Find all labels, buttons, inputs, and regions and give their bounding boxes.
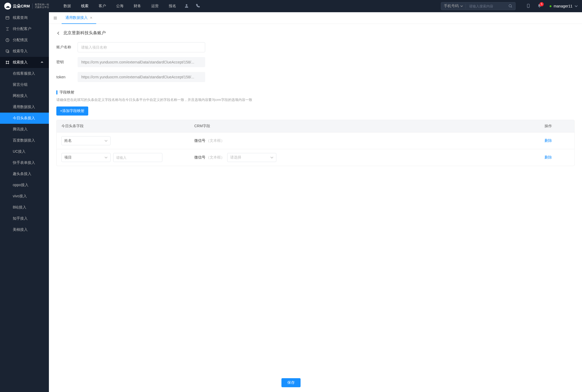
user-icon[interactable] <box>184 3 189 9</box>
sidebar-icon <box>5 49 10 53</box>
search-box: 手机号码 <box>441 2 516 10</box>
table-col-source: 今日头条字段 <box>57 120 189 132</box>
sidebar-sub-item[interactable]: 腾讯接入 <box>0 124 49 135</box>
sidebar-item[interactable]: 分配情况 <box>0 35 49 46</box>
tab-label: 通用数据接入 <box>65 15 88 20</box>
source-field-select[interactable]: 项目 <box>61 153 111 162</box>
sidebar-item[interactable]: 线索查询 <box>0 12 49 23</box>
field-mapping-table: 今日头条字段 CRM字段 操作 姓名微信号（文本框）删除项目微信号（文本框）请选… <box>56 120 575 166</box>
crm-field-name: 微信号 <box>194 138 205 143</box>
status-dot <box>550 5 551 7</box>
token-value: https://crm.yunduocrm.com/externalData/s… <box>78 72 205 82</box>
section-title: 字段映射 <box>56 90 575 95</box>
top-nav-items: 数据线索客户公海财务运营报名 <box>64 4 176 8</box>
save-button[interactable]: 保存 <box>281 378 301 387</box>
sidebar-icon <box>5 60 10 65</box>
sidebar-sub-item[interactable]: 美柚接入 <box>0 224 49 235</box>
sidebar-sub-item[interactable]: oppo接入 <box>0 180 49 191</box>
mobile-icon[interactable] <box>526 4 530 9</box>
sidebar-item-label: 待分配客户 <box>13 27 31 31</box>
sidebar-sub-item[interactable]: 网校接入 <box>0 90 49 101</box>
user-menu[interactable]: manager11 <box>550 4 578 8</box>
chevron-down-icon <box>104 156 108 159</box>
add-field-mapping-button[interactable]: +添加字段映射 <box>56 106 88 116</box>
crm-field-type: （文本框） <box>206 155 225 159</box>
table-row: 姓名微信号（文本框）删除 <box>57 132 574 149</box>
sidebar-sub-item[interactable]: B站接入 <box>0 202 49 213</box>
sidebar-sub-item[interactable]: 趣头条接入 <box>0 168 49 180</box>
nav-item[interactable]: 线索 <box>81 4 88 8</box>
delete-button[interactable]: 删除 <box>545 138 552 143</box>
sidebar-sub-item[interactable]: 留言分组 <box>0 79 49 90</box>
tabs-bar: 通用数据接入✕ <box>49 12 582 24</box>
close-icon[interactable]: ✕ <box>90 16 92 20</box>
nav-item[interactable]: 数据 <box>64 4 71 8</box>
svg-point-9 <box>8 61 9 62</box>
sidebar-sub-item[interactable]: 百度数据接入 <box>0 135 49 146</box>
sidebar-sub-item[interactable]: vivo接入 <box>0 191 49 202</box>
svg-point-1 <box>509 5 511 7</box>
crm-field-select[interactable]: 请选择 <box>227 153 276 162</box>
table-col-action: 操作 <box>540 120 574 132</box>
sidebar-sub-item[interactable]: 快手表单接入 <box>0 157 49 168</box>
svg-point-8 <box>6 61 7 62</box>
chevron-down-icon <box>575 5 578 8</box>
svg-point-10 <box>6 63 7 64</box>
sidebar-item-label: 线索接入 <box>13 60 28 65</box>
bell-icon[interactable]: 5 <box>537 4 542 9</box>
sidebar-icon <box>5 38 10 42</box>
nav-item[interactable]: 公海 <box>116 4 124 8</box>
svg-point-11 <box>8 63 9 64</box>
brand-tagline: 教育机构一站 式服务云平台 <box>32 3 49 9</box>
page-title: 北京昱新科技头条账户 <box>63 30 106 36</box>
sidebar-item-label: 分配情况 <box>13 38 28 42</box>
notification-badge: 5 <box>539 2 544 6</box>
sidebar-item-label: 线索查询 <box>13 15 28 20</box>
search-button[interactable] <box>506 2 515 10</box>
section-hint: 请确保您在此填写的头条自定义字段名称与在今日头条平台中自定义的字段名称一致，并且… <box>56 97 575 102</box>
crm-field-name: 微信号 <box>194 155 205 159</box>
token-label: token <box>56 75 78 79</box>
secret-label: 密钥 <box>56 60 78 65</box>
tab[interactable]: 通用数据接入✕ <box>62 12 96 24</box>
sidebar-sub-item[interactable]: 知乎接入 <box>0 213 49 224</box>
sidebar-item[interactable]: 待分配客户 <box>0 23 49 35</box>
sidebar-sub-item[interactable]: 在线客服接入 <box>0 68 49 79</box>
delete-button[interactable]: 删除 <box>545 155 552 160</box>
chevron-down-icon <box>104 139 108 142</box>
table-col-crm: CRM字段 <box>189 120 540 132</box>
chevron-icon <box>40 61 44 64</box>
nav-item[interactable]: 运营 <box>151 4 159 8</box>
sidebar-item[interactable]: 线索接入 <box>0 57 49 68</box>
search-type-select[interactable]: 手机号码 <box>441 4 466 8</box>
svg-line-2 <box>511 7 512 7</box>
sidebar: 线索查询待分配客户分配情况线索导入线索接入在线客服接入留言分组网校接入通用数据接… <box>0 12 49 392</box>
cloud-icon: ☁ <box>4 3 11 10</box>
sidebar-item[interactable]: 线索导入 <box>0 46 49 57</box>
sidebar-sub-item[interactable]: 通用数据接入 <box>0 101 49 113</box>
nav-item[interactable]: 报名 <box>169 4 176 8</box>
sidebar-icon <box>5 27 10 31</box>
brand-name: 云朵CRM <box>13 4 30 9</box>
sidebar-sub-item[interactable]: UC接入 <box>0 146 49 157</box>
menu-toggle-icon[interactable] <box>52 14 59 22</box>
sidebar-item-label: 线索导入 <box>13 49 28 54</box>
table-row: 项目微信号（文本框）请选择删除 <box>57 149 574 166</box>
chevron-down-icon <box>270 156 273 159</box>
back-icon[interactable] <box>56 31 61 35</box>
chevron-down-icon <box>460 5 463 7</box>
source-field-input[interactable] <box>113 153 162 162</box>
crm-field-type: （文本框） <box>206 138 225 143</box>
username: manager11 <box>554 4 572 8</box>
nav-item[interactable]: 财务 <box>134 4 141 8</box>
svg-point-0 <box>186 4 187 6</box>
account-name-input[interactable] <box>78 42 205 52</box>
secret-value: https://crm.yunduocrm.com/externalData/s… <box>78 57 205 67</box>
sidebar-sub-item[interactable]: 今日头条接入 <box>0 113 49 124</box>
phone-icon[interactable] <box>195 3 200 9</box>
search-input[interactable] <box>466 2 506 10</box>
nav-item[interactable]: 客户 <box>99 4 106 8</box>
source-field-select[interactable]: 姓名 <box>61 136 111 145</box>
brand-logo: ☁ 云朵CRM 教育机构一站 式服务云平台 <box>4 3 49 10</box>
sidebar-icon <box>5 16 10 20</box>
